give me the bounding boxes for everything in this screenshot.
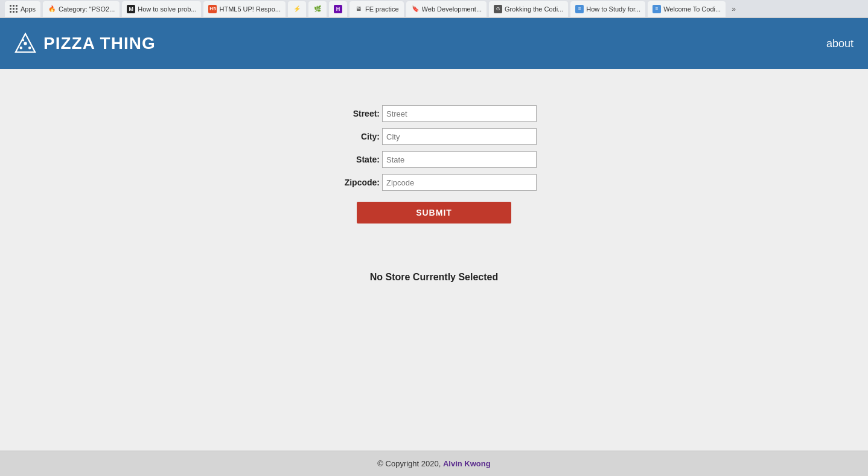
- tab-fe[interactable]: 🖥 FE practice: [349, 1, 404, 17]
- state-row: State:: [331, 151, 537, 168]
- svg-point-3: [28, 47, 31, 50]
- about-link[interactable]: about: [826, 37, 854, 50]
- navbar-brand: PIZZA THING: [14, 33, 156, 54]
- street-input[interactable]: [382, 105, 537, 122]
- state-input[interactable]: [382, 151, 537, 168]
- tab-pso2-label: Category: "PSO2...: [59, 5, 115, 13]
- city-input[interactable]: [382, 128, 537, 145]
- zipcode-label: Zipcode:: [331, 178, 380, 187]
- tab-study-label: How to Study for...: [586, 5, 640, 13]
- tab-fe-label: FE practice: [365, 5, 399, 13]
- welcome-icon: ≡: [653, 5, 661, 13]
- fe-icon: 🖥: [354, 5, 363, 13]
- tab-uikit[interactable]: ⚡: [288, 1, 306, 17]
- html5-icon: H5: [208, 5, 217, 13]
- tab-apps[interactable]: Apps: [5, 1, 40, 17]
- apps-icon: [10, 5, 18, 13]
- no-store-message: No Store Currently Selected: [370, 272, 499, 283]
- tab-pso2[interactable]: 🔥 Category: "PSO2...: [43, 1, 120, 17]
- study-icon: ≡: [575, 5, 584, 13]
- tab-solve[interactable]: M How to solve prob...: [122, 1, 201, 17]
- navbar: PIZZA THING about: [0, 18, 868, 69]
- m-icon: M: [127, 5, 135, 13]
- tab-solve-label: How to solve prob...: [138, 5, 196, 13]
- uikit-icon: ⚡: [293, 5, 301, 13]
- street-label: Street:: [331, 109, 380, 118]
- tab-apps-label: Apps: [21, 5, 36, 13]
- footer-copyright: © Copyright 2020, Alvin Kwong: [377, 459, 490, 468]
- tab-grokking-label: Grokking the Codi...: [505, 5, 563, 13]
- footer: © Copyright 2020, Alvin Kwong: [0, 451, 868, 476]
- tab-webdev[interactable]: 🔖 Web Development...: [406, 1, 487, 17]
- footer-author-link[interactable]: Alvin Kwong: [443, 459, 491, 468]
- more-tabs-button[interactable]: »: [728, 4, 739, 14]
- pizza-icon: [14, 33, 36, 54]
- city-row: City:: [331, 128, 537, 145]
- submit-button[interactable]: SUBMIT: [357, 202, 511, 224]
- state-label: State:: [331, 155, 380, 164]
- copyright-text: © Copyright 2020,: [377, 459, 443, 468]
- fire-icon: 🔥: [48, 5, 56, 13]
- zipcode-input[interactable]: [382, 174, 537, 191]
- address-form: Street: City: State: Zipcode: SUBMIT: [331, 105, 537, 224]
- tab-html5-label: HTML5 UP! Respo...: [219, 5, 280, 13]
- tab-grokking[interactable]: G Grokking the Codi...: [489, 1, 568, 17]
- h-icon: H: [334, 5, 342, 13]
- tab-html5[interactable]: H5 HTML5 UP! Respo...: [203, 1, 285, 17]
- street-row: Street:: [331, 105, 537, 122]
- tab-h[interactable]: H: [329, 1, 347, 17]
- grokking-icon: G: [494, 5, 502, 13]
- leaf-icon: 🌿: [313, 5, 322, 13]
- tab-welcome[interactable]: ≡ Welcome To Codi...: [648, 1, 726, 17]
- svg-point-2: [20, 47, 23, 50]
- tab-study[interactable]: ≡ How to Study for...: [570, 1, 645, 17]
- svg-point-4: [22, 39, 25, 42]
- browser-tabs-bar: Apps 🔥 Category: "PSO2... M How to solve…: [0, 0, 868, 18]
- svg-point-1: [24, 42, 27, 45]
- city-label: City:: [331, 132, 380, 141]
- webdev-icon: 🔖: [411, 5, 420, 13]
- zipcode-row: Zipcode:: [331, 174, 537, 191]
- brand-name: PIZZA THING: [43, 34, 156, 53]
- tab-welcome-label: Welcome To Codi...: [663, 5, 721, 13]
- tab-leaf[interactable]: 🌿: [308, 1, 327, 17]
- tab-webdev-label: Web Development...: [422, 5, 482, 13]
- main-content: Street: City: State: Zipcode: SUBMIT No …: [0, 69, 868, 451]
